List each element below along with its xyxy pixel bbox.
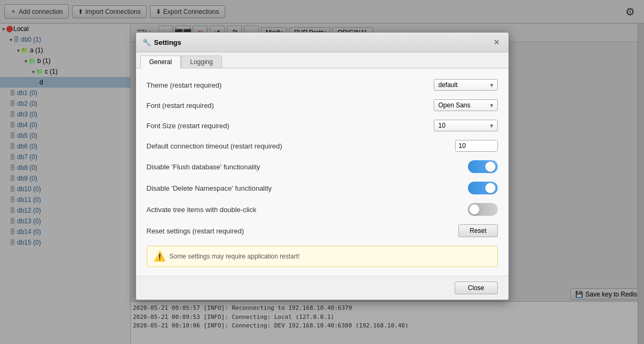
dialog-body: Theme (restart required) default dark li… [136, 68, 508, 276]
font-size-select-wrapper: 8910 111214 [434, 120, 498, 131]
theme-select-wrapper: default dark light [434, 79, 498, 91]
setting-font-control: Open Sans Arial Courier New [434, 99, 498, 111]
dblclick-toggle[interactable] [468, 203, 498, 216]
settings-dialog: 🔧 Settings ✕ General Logging Theme (rest… [136, 32, 509, 300]
setting-theme-control: default dark light [434, 79, 498, 91]
setting-flush: Disable 'Flush database' functionality [147, 160, 498, 173]
close-dialog-button[interactable]: Close [455, 282, 498, 294]
setting-timeout-control: ▲ ▼ [455, 140, 498, 152]
setting-font-size-control: 8910 111214 [434, 120, 498, 131]
tab-logging[interactable]: Logging [181, 56, 222, 68]
namespace-toggle[interactable] [468, 182, 498, 194]
setting-dblclick: Activate tree items with double-click [147, 203, 498, 216]
dialog-close-button[interactable]: ✕ [491, 37, 502, 48]
dialog-footer: Close [136, 276, 508, 300]
setting-namespace-label: Disable 'Delete Namespace' functionality [147, 184, 468, 192]
setting-flush-label: Disable 'Flush database' functionality [147, 163, 468, 171]
setting-reset-label: Reset settings (restart required) [147, 227, 459, 235]
font-select-wrapper: Open Sans Arial Courier New [434, 99, 498, 111]
setting-font: Font (restart required) Open Sans Arial … [147, 99, 498, 111]
setting-reset: Reset settings (restart required) Reset [147, 224, 498, 237]
dblclick-toggle-knob [469, 204, 480, 215]
setting-theme-label: Theme (restart required) [147, 81, 434, 89]
setting-dblclick-control [468, 203, 498, 216]
setting-namespace: Disable 'Delete Namespace' functionality [147, 182, 498, 194]
tab-general[interactable]: General [140, 56, 181, 68]
tab-bar: General Logging [136, 52, 508, 68]
setting-font-size-label: Font Size (restart required) [147, 122, 434, 130]
setting-theme: Theme (restart required) default dark li… [147, 79, 498, 91]
timeout-spinbox: ▲ ▼ [455, 140, 498, 152]
dialog-header: 🔧 Settings ✕ [136, 33, 508, 52]
setting-timeout-label: Default connection timeout (restart requ… [147, 142, 455, 150]
dialog-overlay: 🔧 Settings ✕ General Logging Theme (rest… [0, 0, 644, 344]
timeout-input[interactable] [456, 140, 498, 151]
setting-font-label: Font (restart required) [147, 101, 434, 110]
restart-notice: ⚠️ Some settings may require application… [147, 246, 498, 267]
flush-toggle-knob [485, 161, 496, 172]
setting-timeout: Default connection timeout (restart requ… [147, 140, 498, 152]
setting-reset-control: Reset [458, 224, 497, 237]
restart-notice-text: Some settings may require application re… [170, 253, 300, 260]
theme-select[interactable]: default dark light [434, 79, 498, 91]
setting-flush-control [468, 160, 498, 173]
flush-toggle[interactable] [468, 160, 498, 173]
warning-icon: ⚠️ [154, 251, 165, 262]
dialog-title-text: Settings [154, 38, 181, 46]
setting-namespace-control [468, 182, 498, 194]
namespace-toggle-knob [485, 183, 496, 193]
setting-dblclick-label: Activate tree items with double-click [147, 206, 468, 214]
font-select[interactable]: Open Sans Arial Courier New [434, 99, 498, 111]
settings-icon: 🔧 [142, 38, 151, 46]
setting-font-size: Font Size (restart required) 8910 111214 [147, 120, 498, 131]
font-size-select[interactable]: 8910 111214 [434, 120, 498, 131]
dialog-title: 🔧 Settings [142, 38, 181, 46]
reset-button[interactable]: Reset [458, 224, 497, 237]
